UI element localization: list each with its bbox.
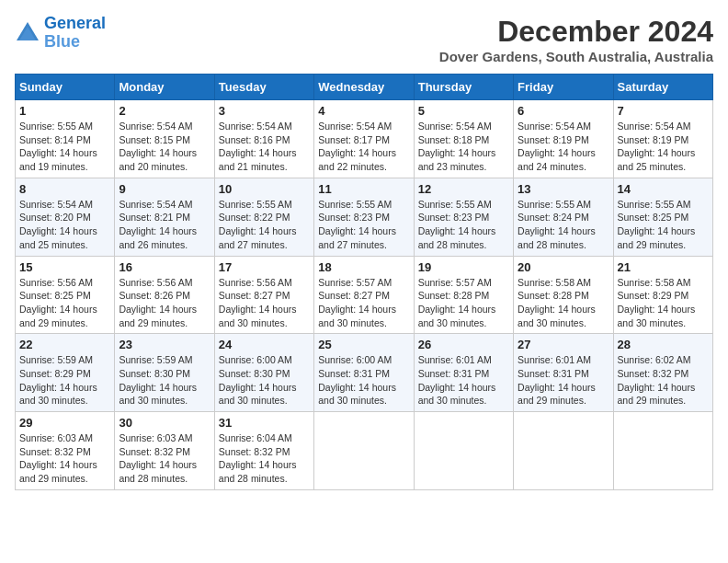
day-detail: Sunrise: 6:03 AMSunset: 8:32 PMDaylight:… <box>19 431 110 486</box>
day-detail: Sunrise: 5:55 AMSunset: 8:22 PMDaylight:… <box>219 198 310 252</box>
day-number: 14 <box>618 182 709 196</box>
day-number: 12 <box>418 182 509 196</box>
title-area: December 2024 Dover Gardens, South Austr… <box>439 15 713 64</box>
day-number: 9 <box>119 182 210 196</box>
day-detail: Sunrise: 5:54 AMSunset: 8:15 PMDaylight:… <box>119 120 210 174</box>
calendar-header: SundayMondayTuesdayWednesdayThursdayFrid… <box>16 75 713 100</box>
day-number: 13 <box>518 182 609 196</box>
day-detail: Sunrise: 6:03 AMSunset: 8:32 PMDaylight:… <box>119 431 210 486</box>
location: Dover Gardens, South Australia, Australi… <box>439 49 713 64</box>
col-header-wednesday: Wednesday <box>314 75 414 100</box>
day-detail: Sunrise: 5:58 AMSunset: 8:28 PMDaylight:… <box>518 276 609 330</box>
day-number: 20 <box>518 260 609 274</box>
day-number: 11 <box>318 182 409 196</box>
day-cell: 13 Sunrise: 5:55 AMSunset: 8:24 PMDaylig… <box>514 178 613 256</box>
day-number: 25 <box>318 338 409 351</box>
day-number: 16 <box>119 260 210 274</box>
col-header-thursday: Thursday <box>414 75 513 100</box>
logo-text: General Blue <box>44 15 106 52</box>
logo-blue: Blue <box>44 32 80 51</box>
day-detail: Sunrise: 5:55 AMSunset: 8:25 PMDaylight:… <box>618 198 709 252</box>
day-number: 31 <box>219 416 310 430</box>
logo: General Blue <box>15 15 106 52</box>
day-cell: 19 Sunrise: 5:57 AMSunset: 8:28 PMDaylig… <box>414 256 513 334</box>
day-detail: Sunrise: 5:56 AMSunset: 8:25 PMDaylight:… <box>19 276 110 330</box>
day-detail: Sunrise: 5:57 AMSunset: 8:27 PMDaylight:… <box>318 276 409 330</box>
day-number: 19 <box>418 260 509 274</box>
day-detail: Sunrise: 5:54 AMSunset: 8:19 PMDaylight:… <box>518 120 609 174</box>
day-detail: Sunrise: 5:55 AMSunset: 8:14 PMDaylight:… <box>19 120 110 174</box>
day-number: 17 <box>219 260 310 274</box>
month-year: December 2024 <box>439 15 713 49</box>
day-detail: Sunrise: 6:02 AMSunset: 8:32 PMDaylight:… <box>618 353 709 408</box>
day-number: 24 <box>219 338 310 351</box>
day-cell: 5 Sunrise: 5:54 AMSunset: 8:18 PMDayligh… <box>414 100 513 178</box>
day-number: 5 <box>418 104 509 118</box>
day-cell: 3 Sunrise: 5:54 AMSunset: 8:16 PMDayligh… <box>214 100 313 178</box>
day-number: 22 <box>19 338 110 351</box>
day-number: 30 <box>119 416 210 430</box>
day-detail: Sunrise: 6:04 AMSunset: 8:32 PMDaylight:… <box>219 431 310 486</box>
day-number: 29 <box>19 416 110 430</box>
day-detail: Sunrise: 5:59 AMSunset: 8:30 PMDaylight:… <box>119 353 210 408</box>
day-cell: 10 Sunrise: 5:55 AMSunset: 8:22 PMDaylig… <box>214 178 313 256</box>
day-cell: 7 Sunrise: 5:54 AMSunset: 8:19 PMDayligh… <box>613 100 712 178</box>
day-detail: Sunrise: 5:54 AMSunset: 8:20 PMDaylight:… <box>19 198 110 252</box>
day-cell: 27 Sunrise: 6:01 AMSunset: 8:31 PMDaylig… <box>514 334 613 412</box>
day-number: 3 <box>219 104 310 118</box>
day-detail: Sunrise: 6:00 AMSunset: 8:30 PMDaylight:… <box>219 353 310 408</box>
day-cell: 30 Sunrise: 6:03 AMSunset: 8:32 PMDaylig… <box>115 412 214 490</box>
week-row-2: 8 Sunrise: 5:54 AMSunset: 8:20 PMDayligh… <box>16 178 713 256</box>
day-number: 23 <box>119 338 210 351</box>
day-number: 21 <box>618 260 709 274</box>
day-cell: 14 Sunrise: 5:55 AMSunset: 8:25 PMDaylig… <box>613 178 712 256</box>
day-number: 28 <box>618 338 709 351</box>
day-detail: Sunrise: 5:55 AMSunset: 8:23 PMDaylight:… <box>418 198 509 252</box>
day-cell: 16 Sunrise: 5:56 AMSunset: 8:26 PMDaylig… <box>115 256 214 334</box>
day-cell: 21 Sunrise: 5:58 AMSunset: 8:29 PMDaylig… <box>613 256 712 334</box>
day-cell: 31 Sunrise: 6:04 AMSunset: 8:32 PMDaylig… <box>214 412 313 490</box>
day-detail: Sunrise: 5:55 AMSunset: 8:24 PMDaylight:… <box>518 198 609 252</box>
day-detail: Sunrise: 6:01 AMSunset: 8:31 PMDaylight:… <box>418 353 509 408</box>
day-cell: 11 Sunrise: 5:55 AMSunset: 8:23 PMDaylig… <box>314 178 414 256</box>
day-cell <box>613 412 712 490</box>
logo-icon <box>15 20 40 46</box>
day-cell: 6 Sunrise: 5:54 AMSunset: 8:19 PMDayligh… <box>514 100 613 178</box>
day-number: 4 <box>318 104 409 118</box>
day-cell: 8 Sunrise: 5:54 AMSunset: 8:20 PMDayligh… <box>16 178 115 256</box>
day-detail: Sunrise: 6:00 AMSunset: 8:31 PMDaylight:… <box>318 353 409 408</box>
day-cell: 2 Sunrise: 5:54 AMSunset: 8:15 PMDayligh… <box>115 100 214 178</box>
day-number: 27 <box>518 338 609 351</box>
day-cell: 24 Sunrise: 6:00 AMSunset: 8:30 PMDaylig… <box>214 334 313 412</box>
day-detail: Sunrise: 5:54 AMSunset: 8:19 PMDaylight:… <box>618 120 709 174</box>
day-cell: 25 Sunrise: 6:00 AMSunset: 8:31 PMDaylig… <box>314 334 414 412</box>
day-number: 2 <box>119 104 210 118</box>
week-row-3: 15 Sunrise: 5:56 AMSunset: 8:25 PMDaylig… <box>16 256 713 334</box>
day-detail: Sunrise: 5:57 AMSunset: 8:28 PMDaylight:… <box>418 276 509 330</box>
day-detail: Sunrise: 5:56 AMSunset: 8:26 PMDaylight:… <box>119 276 210 330</box>
day-detail: Sunrise: 5:59 AMSunset: 8:29 PMDaylight:… <box>19 353 110 408</box>
day-cell: 4 Sunrise: 5:54 AMSunset: 8:17 PMDayligh… <box>314 100 414 178</box>
day-number: 15 <box>19 260 110 274</box>
day-number: 10 <box>219 182 310 196</box>
day-number: 8 <box>19 182 110 196</box>
week-row-1: 1 Sunrise: 5:55 AMSunset: 8:14 PMDayligh… <box>16 100 713 178</box>
day-cell <box>514 412 613 490</box>
day-detail: Sunrise: 5:54 AMSunset: 8:16 PMDaylight:… <box>219 120 310 174</box>
day-cell <box>314 412 414 490</box>
day-cell: 23 Sunrise: 5:59 AMSunset: 8:30 PMDaylig… <box>115 334 214 412</box>
day-cell: 12 Sunrise: 5:55 AMSunset: 8:23 PMDaylig… <box>414 178 513 256</box>
calendar-table: SundayMondayTuesdayWednesdayThursdayFrid… <box>15 74 713 490</box>
day-cell: 15 Sunrise: 5:56 AMSunset: 8:25 PMDaylig… <box>16 256 115 334</box>
day-cell <box>414 412 513 490</box>
day-cell: 9 Sunrise: 5:54 AMSunset: 8:21 PMDayligh… <box>115 178 214 256</box>
header: General Blue December 2024 Dover Gardens… <box>15 15 713 64</box>
col-header-monday: Monday <box>115 75 214 100</box>
day-cell: 20 Sunrise: 5:58 AMSunset: 8:28 PMDaylig… <box>514 256 613 334</box>
day-detail: Sunrise: 5:56 AMSunset: 8:27 PMDaylight:… <box>219 276 310 330</box>
day-cell: 1 Sunrise: 5:55 AMSunset: 8:14 PMDayligh… <box>16 100 115 178</box>
week-row-4: 22 Sunrise: 5:59 AMSunset: 8:29 PMDaylig… <box>16 334 713 412</box>
day-cell: 17 Sunrise: 5:56 AMSunset: 8:27 PMDaylig… <box>214 256 313 334</box>
day-number: 1 <box>19 104 110 118</box>
day-number: 7 <box>618 104 709 118</box>
